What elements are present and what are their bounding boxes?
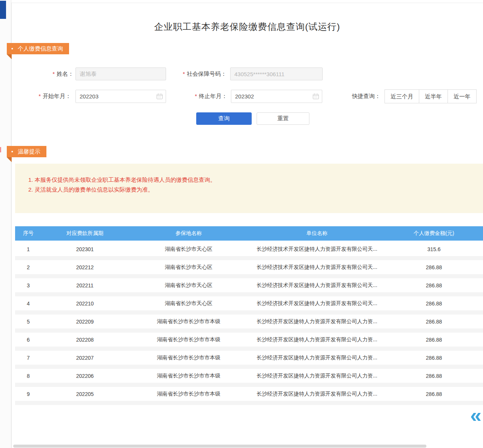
cell-region: 湖南省长沙市天心区 (128, 264, 249, 271)
table-row: 6 202208 湖南省长沙市长沙市市本级 长沙经济开发区捷特人力资源开发有限公… (15, 333, 483, 347)
cell-employer: 长沙经济技术开发区捷特人力资源开发有限公司天... (249, 264, 385, 271)
name-input (75, 68, 166, 80)
cell-period: 202206 (42, 373, 128, 379)
required-mark: * (183, 71, 185, 77)
table-row: 2 202212 湖南省长沙市天心区 长沙经济技术开发区捷特人力资源开发有限公司… (15, 260, 483, 275)
end-month-input[interactable] (231, 90, 322, 103)
cell-period: 202211 (42, 282, 128, 288)
cell-amount: 315.6 (385, 246, 483, 252)
cell-index: 1 (15, 246, 42, 252)
section-badge-personal-query: • 个人缴费信息查询 (7, 43, 69, 54)
table-row: 4 202210 湖南省长沙市天心区 长沙经济技术开发区捷特人力资源开发有限公司… (15, 296, 483, 311)
cell-region: 湖南省长沙市天心区 (128, 282, 249, 289)
cell-employer: 长沙经济开发区捷特人力资源开发有限公司人力资... (249, 336, 385, 343)
notice-box: 1. 本服务仅提供尚未领取企业职工基本养老保险待遇人员的缴费信息查询。 2. 灵… (15, 164, 483, 213)
cell-region: 湖南省长沙市长沙市市本级 (128, 354, 249, 361)
cell-employer: 长沙经济开发区捷特人力资源开发有限公司人力资... (249, 354, 385, 361)
cell-index: 8 (15, 373, 42, 379)
reset-button[interactable]: 重置 (257, 112, 309, 125)
cell-index: 2 (15, 264, 42, 270)
badge-bullet-icon: • (11, 43, 13, 54)
notice-line: 2. 灵活就业人员的缴费单位信息以实际缴费为准。 (28, 185, 475, 195)
cell-period: 202207 (42, 355, 128, 361)
cell-region: 湖南省长沙市长沙市市本级 (128, 336, 249, 343)
table-row: 8 202206 湖南省长沙市长沙市市本级 长沙经济开发区捷特人力资源开发有限公… (15, 369, 483, 383)
table-row: 7 202207 湖南省长沙市长沙市市本级 长沙经济开发区捷特人力资源开发有限公… (15, 351, 483, 365)
cell-index: 6 (15, 337, 42, 343)
quick-query-group: 近三个月 近半年 近一年 (385, 89, 477, 103)
sidebar-blue-block (0, 1, 6, 19)
start-month-input[interactable] (75, 90, 166, 103)
table-body: 1 202301 湖南省长沙市天心区 长沙经济技术开发区捷特人力资源开发有限公司… (15, 241, 483, 401)
left-edge-marker (0, 147, 1, 152)
name-label: *姓名： (34, 71, 74, 78)
cell-employer: 长沙经济开发区捷特人力资源开发有限公司人力资... (249, 391, 385, 397)
badge-bullet-icon: • (11, 146, 13, 157)
table-row: 5 202209 湖南省长沙市长沙市市本级 长沙经济开发区捷特人力资源开发有限公… (15, 315, 483, 329)
horizontal-scrollbar-thumb[interactable] (13, 445, 426, 448)
cell-employer: 长沙经济开发区捷特人力资源开发有限公司人力资... (249, 318, 385, 325)
cell-region: 湖南省长沙市长沙市市本级 (128, 318, 249, 325)
cell-amount: 286.88 (385, 373, 483, 379)
cell-period: 202209 (42, 319, 128, 325)
notice-line: 1. 本服务仅提供尚未领取企业职工基本养老保险待遇人员的缴费信息查询。 (28, 175, 475, 185)
cell-amount: 286.88 (385, 319, 483, 325)
pension-query-page: 企业职工基本养老保险缴费信息查询(试运行) • 个人缴费信息查询 *姓名： *社… (0, 0, 483, 448)
table-row: 9 202205 湖南省长沙市长沙市市本级 长沙经济开发区捷特人力资源开发有限公… (15, 387, 483, 401)
cell-region: 湖南省长沙市天心区 (128, 246, 249, 253)
cell-index: 5 (15, 319, 42, 325)
required-mark: * (52, 71, 55, 77)
payments-table: 序号 对应费款所属期 参保地名称 单位名称 个人缴费金额(元) 1 202301… (15, 226, 483, 405)
query-button[interactable]: 查询 (196, 112, 252, 125)
start-month-label: *开始年月： (30, 93, 71, 100)
section-badge-tips: • 温馨提示 (7, 146, 46, 157)
cell-amount: 286.88 (385, 264, 483, 270)
calendar-icon[interactable] (156, 93, 163, 100)
cell-period: 202205 (42, 391, 128, 397)
cell-amount: 286.88 (385, 391, 483, 397)
cell-employer: 长沙经济开发区捷特人力资源开发有限公司人力资... (249, 373, 385, 379)
header-cell: 序号 (15, 230, 42, 237)
section-badge-label: 个人缴费信息查询 (18, 43, 63, 54)
cell-period: 202208 (42, 337, 128, 343)
cell-amount: 286.88 (385, 337, 483, 343)
collapse-chevron-icon[interactable]: « (470, 405, 481, 425)
cell-index: 3 (15, 282, 42, 288)
cell-employer: 长沙经济技术开发区捷特人力资源开发有限公司天... (249, 246, 385, 253)
cell-employer: 长沙经济技术开发区捷特人力资源开发有限公司天... (249, 300, 385, 307)
section-badge-label: 温馨提示 (18, 146, 40, 157)
end-month-label: *终止年月： (186, 93, 227, 100)
quick-range-3m-button[interactable]: 近三个月 (385, 89, 419, 103)
cell-amount: 286.88 (385, 301, 483, 307)
header-cell: 单位名称 (249, 230, 385, 237)
required-mark: * (38, 93, 41, 99)
calendar-icon[interactable] (312, 93, 319, 100)
quick-range-1y-button[interactable]: 近一年 (448, 89, 477, 103)
quick-range-6m-button[interactable]: 近半年 (419, 89, 448, 103)
header-cell: 参保地名称 (128, 230, 249, 237)
cell-region: 湖南省长沙市天心区 (128, 300, 249, 307)
left-gutter (0, 0, 11, 448)
table-row: 1 202301 湖南省长沙市天心区 长沙经济技术开发区捷特人力资源开发有限公司… (15, 242, 483, 256)
cell-employer: 长沙经济技术开发区捷特人力资源开发有限公司天... (249, 282, 385, 289)
cell-index: 7 (15, 355, 42, 361)
cell-amount: 286.88 (385, 355, 483, 361)
required-mark: * (195, 93, 197, 99)
table-row: 3 202211 湖南省长沙市天心区 长沙经济技术开发区捷特人力资源开发有限公司… (15, 278, 483, 293)
page-title: 企业职工基本养老保险缴费信息查询(试运行) (11, 21, 483, 33)
quick-query-label: 快捷查询： (352, 93, 382, 100)
cell-period: 202210 (42, 301, 128, 307)
header-cell: 对应费款所属期 (42, 230, 128, 237)
cell-region: 湖南省长沙市长沙市市本级 (128, 391, 249, 397)
header-cell: 个人缴费金额(元) (385, 230, 483, 237)
table-header-row: 序号 对应费款所属期 参保地名称 单位名称 个人缴费金额(元) (15, 226, 483, 241)
cell-amount: 286.88 (385, 282, 483, 288)
cell-period: 202212 (42, 264, 128, 270)
ssn-input (230, 68, 323, 80)
cell-index: 9 (15, 391, 42, 397)
cell-region: 湖南省长沙市长沙市市本级 (128, 373, 249, 379)
cell-index: 4 (15, 301, 42, 307)
cell-period: 202301 (42, 246, 128, 252)
ssn-label: *社会保障号码： (170, 71, 226, 78)
